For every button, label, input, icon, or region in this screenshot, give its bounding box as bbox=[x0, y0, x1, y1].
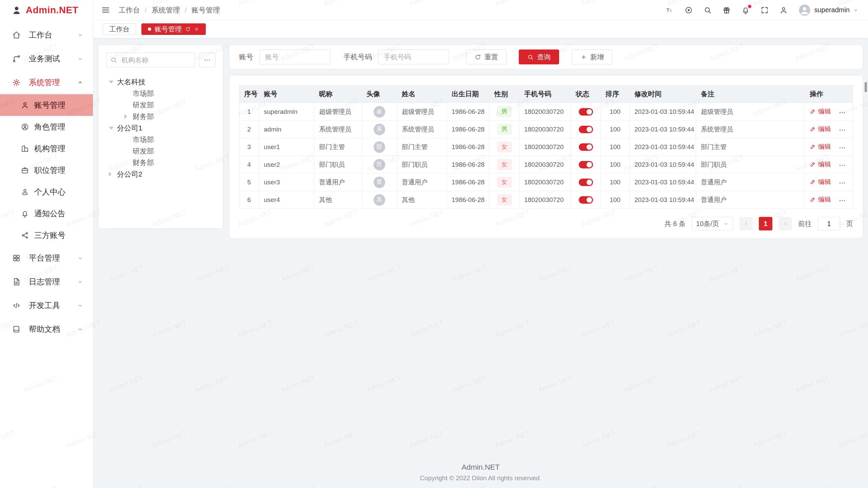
notification-badge bbox=[748, 5, 751, 8]
scrollbar-thumb[interactable] bbox=[865, 82, 867, 92]
close-icon[interactable] bbox=[194, 26, 199, 32]
cell-account: user1 bbox=[259, 138, 314, 156]
edit-icon bbox=[810, 126, 816, 132]
avatar: 普 bbox=[374, 177, 385, 188]
add-button[interactable]: 新增 bbox=[572, 49, 612, 64]
column-header: 头像 bbox=[362, 85, 397, 103]
cell-gender: 女 bbox=[490, 191, 519, 209]
cell-actions: 编辑 bbox=[805, 121, 853, 138]
breadcrumb-item[interactable]: 系统管理 bbox=[152, 5, 180, 15]
role-icon bbox=[21, 123, 29, 131]
cell-phone: 18020030720 bbox=[519, 138, 571, 156]
tree-node[interactable]: 财务部 bbox=[106, 157, 215, 168]
edit-button[interactable]: 编辑 bbox=[810, 125, 831, 134]
tree-node-label: 研发部 bbox=[133, 100, 154, 110]
edit-button[interactable]: 编辑 bbox=[810, 107, 831, 116]
breadcrumb-item[interactable]: 工作台 bbox=[119, 5, 140, 15]
more-actions-button[interactable] bbox=[839, 126, 846, 134]
more-actions-button[interactable] bbox=[839, 179, 846, 187]
breadcrumb-item[interactable]: 账号管理 bbox=[192, 5, 220, 15]
search-icon[interactable] bbox=[704, 6, 712, 14]
org-more-button[interactable] bbox=[199, 53, 215, 67]
goto-label: 前往 bbox=[798, 219, 812, 228]
cell-order: 100 bbox=[601, 121, 630, 138]
sidebar-item-label: 日志管理 bbox=[29, 277, 77, 287]
sidebar-item-biz-test[interactable]: 业务测试 bbox=[0, 47, 93, 70]
status-toggle[interactable] bbox=[579, 143, 593, 151]
user-icon[interactable] bbox=[780, 6, 788, 14]
tree-node[interactable]: 分公司2 bbox=[106, 168, 215, 180]
status-toggle[interactable] bbox=[579, 108, 593, 116]
org-name-input[interactable] bbox=[106, 53, 195, 67]
tree-node[interactable]: 财务部 bbox=[106, 111, 215, 122]
edit-button[interactable]: 编辑 bbox=[810, 160, 831, 169]
tree-node[interactable]: 市场部 bbox=[106, 134, 215, 145]
status-toggle[interactable] bbox=[579, 126, 593, 133]
status-toggle[interactable] bbox=[579, 196, 593, 204]
cell-modified: 2023-01-03 10:59:44 bbox=[630, 121, 696, 138]
column-header: 操作 bbox=[805, 85, 853, 103]
menu-collapse-icon[interactable] bbox=[101, 6, 110, 14]
user-menu[interactable]: superadmin bbox=[798, 4, 859, 16]
edit-button[interactable]: 编辑 bbox=[810, 178, 831, 186]
gender-tag: 女 bbox=[497, 159, 512, 170]
page-size-select[interactable]: 10条/页 bbox=[692, 217, 733, 230]
tree-node[interactable]: 研发部 bbox=[106, 145, 215, 157]
more-actions-button[interactable] bbox=[839, 109, 846, 116]
font-size-icon[interactable]: Tt bbox=[666, 6, 674, 14]
more-actions-button[interactable] bbox=[839, 162, 846, 169]
sidebar-item-system[interactable]: 系统管理 bbox=[0, 70, 93, 94]
reset-button[interactable]: 重置 bbox=[466, 49, 507, 64]
bell-icon[interactable] bbox=[742, 6, 750, 14]
edit-button[interactable]: 编辑 bbox=[810, 195, 831, 204]
tree-node[interactable]: 研发部 bbox=[106, 99, 215, 111]
cell-index: 6 bbox=[239, 191, 259, 209]
sidebar-item-label: 系统管理 bbox=[29, 77, 77, 88]
sidebar-item-third-account[interactable]: 三方账号 bbox=[0, 224, 93, 246]
prev-page-button[interactable] bbox=[739, 217, 753, 230]
more-actions-button[interactable] bbox=[839, 144, 846, 151]
theme-icon[interactable] bbox=[685, 6, 693, 14]
tree-node[interactable]: 分公司1 bbox=[106, 122, 215, 134]
sidebar-item-role[interactable]: 角色管理 bbox=[0, 116, 93, 138]
caret-right-icon bbox=[109, 172, 117, 177]
sidebar-item-post[interactable]: 职位管理 bbox=[0, 159, 93, 181]
tree-node[interactable]: 市场部 bbox=[106, 88, 215, 99]
cell-avatar: 超 bbox=[362, 103, 397, 121]
sidebar-item-label: 角色管理 bbox=[34, 122, 65, 132]
status-toggle[interactable] bbox=[579, 179, 593, 186]
avatar: 系 bbox=[374, 124, 385, 135]
gift-icon[interactable] bbox=[723, 6, 731, 14]
sidebar-item-account[interactable]: 账号管理 bbox=[0, 94, 93, 116]
refresh-icon[interactable] bbox=[185, 26, 191, 32]
tab-account[interactable]: 账号管理 bbox=[141, 23, 206, 35]
search-button[interactable]: 查询 bbox=[519, 49, 559, 64]
phone-input[interactable] bbox=[378, 49, 449, 64]
page-1-button[interactable]: 1 bbox=[759, 217, 772, 230]
doc-icon bbox=[12, 278, 21, 286]
tree-node[interactable]: 大名科技 bbox=[106, 76, 215, 88]
status-toggle[interactable] bbox=[579, 161, 593, 168]
sidebar-item-workbench[interactable]: 工作台 bbox=[0, 23, 93, 47]
sidebar-item-platform[interactable]: 平台管理 bbox=[0, 246, 93, 270]
next-page-button[interactable] bbox=[778, 217, 792, 230]
goto-page-input[interactable] bbox=[818, 217, 840, 230]
cell-birth-date: 1986-06-28 bbox=[447, 156, 490, 174]
sidebar-item-org[interactable]: 机构管理 bbox=[0, 138, 93, 159]
org-search-row bbox=[106, 53, 215, 67]
logo[interactable]: Admin.NET bbox=[0, 0, 93, 20]
sidebar-submenu: 账号管理角色管理机构管理职位管理个人中心通知公告三方账号 bbox=[0, 94, 93, 246]
sidebar-item-notice[interactable]: 通知公告 bbox=[0, 203, 93, 224]
fullscreen-icon[interactable] bbox=[761, 6, 769, 14]
tab-workbench[interactable]: 工作台 bbox=[103, 23, 136, 35]
cell-actions: 编辑 bbox=[805, 103, 853, 121]
sidebar-item-log[interactable]: 日志管理 bbox=[0, 270, 93, 293]
edit-button[interactable]: 编辑 bbox=[810, 142, 831, 151]
sidebar-item-help-docs[interactable]: 帮助文档 bbox=[0, 317, 93, 341]
sidebar-item-personal[interactable]: 个人中心 bbox=[0, 181, 93, 203]
column-header: 排序 bbox=[601, 85, 630, 103]
account-input[interactable] bbox=[259, 49, 331, 64]
sidebar-item-devtools[interactable]: 开发工具 bbox=[0, 293, 93, 317]
more-actions-button[interactable] bbox=[839, 197, 846, 204]
cell-phone: 18020030720 bbox=[519, 174, 571, 191]
